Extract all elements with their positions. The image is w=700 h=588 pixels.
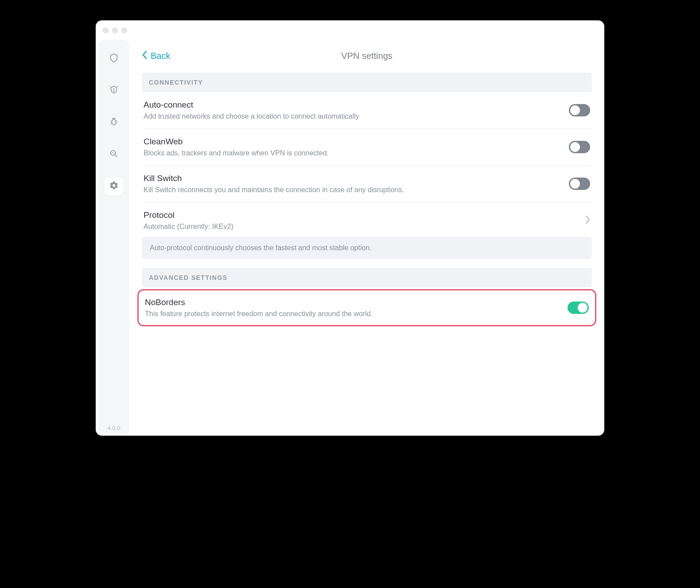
row-title: NoBorders: [145, 298, 568, 307]
window-minimize-button[interactable]: [112, 27, 118, 33]
toggle-cleanweb[interactable]: [569, 141, 590, 153]
svg-line-3: [117, 86, 118, 86]
row-protocol[interactable]: Protocol Automatic (Currently: IKEv2): [142, 202, 592, 239]
svg-line-2: [109, 86, 110, 86]
row-subtitle: Automatic (Currently: IKEv2): [144, 223, 581, 231]
svg-line-10: [115, 155, 117, 157]
sidebar-item-search[interactable]: [105, 145, 123, 164]
row-cleanweb[interactable]: CleanWeb Blocks ads, trackers and malwar…: [142, 129, 592, 166]
search-icon: [109, 149, 119, 160]
window-close-button[interactable]: [103, 27, 109, 33]
chevron-right-icon: [585, 215, 590, 226]
row-subtitle: Kill Switch reconnects you and maintains…: [144, 186, 569, 194]
row-auto-connect[interactable]: Auto-connect Add trusted networks and ch…: [142, 92, 592, 129]
svg-line-8: [116, 123, 117, 124]
protocol-info: Auto-protocol continuously chooses the f…: [142, 237, 592, 259]
sidebar-item-bug[interactable]: [105, 113, 123, 132]
chevron-left-icon: [142, 50, 148, 62]
row-title: Kill Switch: [144, 174, 569, 183]
back-button[interactable]: Back: [142, 50, 170, 62]
toggle-kill-switch[interactable]: [569, 178, 590, 190]
row-subtitle: Blocks ads, trackers and malware when VP…: [144, 149, 569, 157]
back-label: Back: [151, 51, 170, 61]
toggle-auto-connect[interactable]: [569, 104, 590, 116]
sidebar: 4.0.0: [98, 40, 129, 436]
content-header: Back VPN settings: [142, 47, 592, 65]
window-zoom-button[interactable]: [121, 27, 127, 33]
row-title: Protocol: [144, 210, 581, 220]
toggle-noborders[interactable]: [568, 302, 589, 314]
highlight-noborders: NoBorders This feature protects internet…: [137, 289, 596, 326]
row-noborders[interactable]: NoBorders This feature protects internet…: [143, 290, 591, 325]
section-header-advanced: ADVANCED SETTINGS: [142, 268, 592, 287]
svg-point-4: [112, 120, 116, 125]
row-title: CleanWeb: [144, 137, 569, 147]
row-kill-switch[interactable]: Kill Switch Kill Switch reconnects you a…: [142, 166, 592, 202]
page-title: VPN settings: [341, 51, 393, 61]
shield-icon: [109, 53, 119, 65]
svg-line-5: [111, 121, 112, 121]
sidebar-item-settings[interactable]: [105, 177, 123, 196]
gear-icon: [109, 181, 119, 192]
svg-line-7: [111, 123, 112, 124]
sidebar-item-shield[interactable]: [105, 50, 123, 68]
version-label: 4.0.0: [108, 425, 121, 431]
alert-icon: [109, 85, 119, 97]
svg-line-6: [116, 121, 117, 121]
section-header-connectivity: CONNECTIVITY: [142, 73, 592, 92]
sidebar-item-alert[interactable]: [105, 81, 123, 100]
bug-icon: [109, 117, 119, 128]
app-window: 4.0.0 Back VPN settings CONNECTIVITY Aut…: [96, 20, 604, 436]
row-subtitle: Add trusted networks and choose a locati…: [144, 112, 569, 120]
svg-point-1: [113, 91, 114, 91]
row-subtitle: This feature protects internet freedom a…: [145, 310, 568, 318]
content: Back VPN settings CONNECTIVITY Auto-conn…: [129, 40, 604, 436]
titlebar: [96, 20, 604, 40]
row-title: Auto-connect: [144, 100, 569, 110]
